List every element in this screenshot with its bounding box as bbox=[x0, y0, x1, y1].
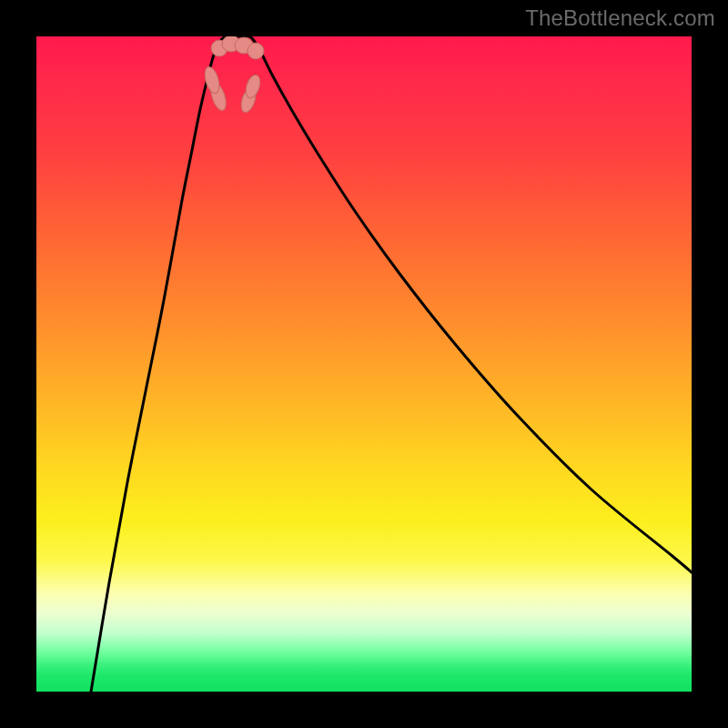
curve-lines bbox=[91, 36, 692, 692]
plot-area bbox=[36, 36, 692, 692]
chart-svg bbox=[36, 36, 692, 692]
lobe-markers bbox=[202, 36, 264, 114]
watermark-text: TheBottleneck.com bbox=[525, 5, 715, 31]
lobe-marker-7 bbox=[248, 43, 264, 59]
curve-right-branch bbox=[250, 36, 692, 572]
curve-left-branch bbox=[91, 36, 228, 692]
frame: TheBottleneck.com bbox=[0, 0, 728, 728]
